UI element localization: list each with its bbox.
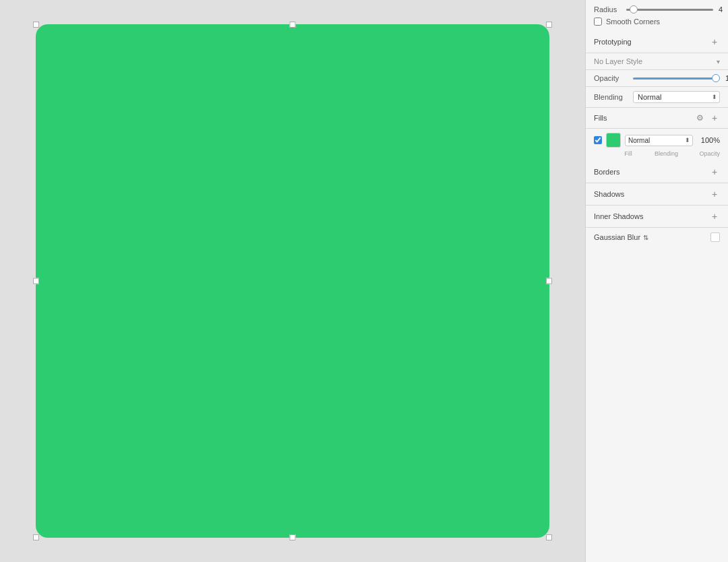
fills-header: Fills ⚙ + <box>586 108 728 129</box>
smooth-corners-checkbox[interactable] <box>594 18 602 26</box>
fill-col-blending-label: Blending <box>640 150 693 157</box>
shadows-add-button[interactable]: + <box>709 189 720 199</box>
fills-title: Fills <box>594 114 607 122</box>
gaussian-blur-label: Gaussian Blur <box>594 233 640 241</box>
fill-blending-select[interactable]: Normal <box>625 135 693 146</box>
radius-label: Radius <box>594 5 621 13</box>
right-panel: Radius 4 Smooth Corners Prototyping + No… <box>585 0 728 562</box>
fills-actions: ⚙ + <box>696 113 720 123</box>
gaussian-blur-checkbox[interactable] <box>710 232 720 242</box>
inner-shadows-title: Inner Shadows <box>594 212 643 220</box>
fill-col-fill-label: Fill <box>621 150 636 157</box>
borders-header: Borders + <box>586 161 728 183</box>
gaussian-blur-row: Gaussian Blur ⇅ <box>586 228 728 247</box>
layer-style-select[interactable]: No Layer Style <box>594 57 717 65</box>
inner-shadows-add-button[interactable]: + <box>709 211 720 222</box>
layer-style-dropdown-arrow: ▾ <box>717 58 720 65</box>
gaussian-label-group: Gaussian Blur ⇅ <box>594 233 648 241</box>
prototyping-header: Prototyping + <box>586 31 728 53</box>
handle-bottom-right[interactable] <box>546 534 552 540</box>
blending-label: Blending <box>594 93 628 101</box>
gaussian-toggle-icon[interactable]: ⇅ <box>643 234 648 241</box>
opacity-slider[interactable] <box>633 77 720 80</box>
prototyping-add-button[interactable]: + <box>709 36 720 47</box>
fill-opacity-value: 100% <box>697 136 720 144</box>
fills-gear-button[interactable]: ⚙ <box>696 113 704 123</box>
handle-middle-left[interactable] <box>33 278 39 284</box>
fill-blending-wrapper: Normal ⬍ <box>625 135 693 146</box>
handle-top-left[interactable] <box>33 22 39 28</box>
borders-title: Borders <box>594 168 620 176</box>
blending-select-wrapper: Normal Darken Multiply Screen Overlay ⬍ <box>633 91 720 103</box>
smooth-corners-label: Smooth Corners <box>606 18 660 26</box>
handle-bottom-left[interactable] <box>33 534 39 540</box>
handle-bottom-center[interactable] <box>290 534 296 540</box>
prototyping-title: Prototyping <box>594 38 632 46</box>
radius-slider[interactable] <box>626 9 713 11</box>
handle-top-center[interactable] <box>290 22 296 28</box>
radius-value: 4 <box>719 5 723 13</box>
fills-add-button[interactable]: + <box>709 113 720 123</box>
fill-enabled-checkbox[interactable] <box>594 136 602 144</box>
opacity-row: Opacity 100% <box>586 70 728 87</box>
green-rectangle[interactable] <box>36 24 549 538</box>
fill-color-swatch[interactable] <box>606 133 621 148</box>
opacity-label: Opacity <box>594 74 628 82</box>
radius-section: Radius 4 <box>586 0 728 16</box>
canvas-area <box>0 0 585 562</box>
handle-middle-right[interactable] <box>546 278 552 284</box>
opacity-value: 100% <box>725 74 728 82</box>
fill-item: Normal ⬍ 100% <box>586 129 728 149</box>
borders-add-button[interactable]: + <box>709 166 720 177</box>
shadows-header: Shadows + <box>586 183 728 206</box>
fill-labels-row: Fill Blending Opacity <box>586 149 728 161</box>
inner-shadows-header: Inner Shadows + <box>586 206 728 228</box>
handle-top-right[interactable] <box>546 22 552 28</box>
blending-row: Blending Normal Darken Multiply Screen O… <box>586 87 728 108</box>
shadows-title: Shadows <box>594 190 624 198</box>
fill-col-opacity-label: Opacity <box>697 150 720 157</box>
layer-style-row: No Layer Style ▾ <box>586 53 728 70</box>
blending-select[interactable]: Normal Darken Multiply Screen Overlay <box>633 91 720 103</box>
smooth-corners-row: Smooth Corners <box>586 16 728 31</box>
shape-container <box>36 24 549 538</box>
